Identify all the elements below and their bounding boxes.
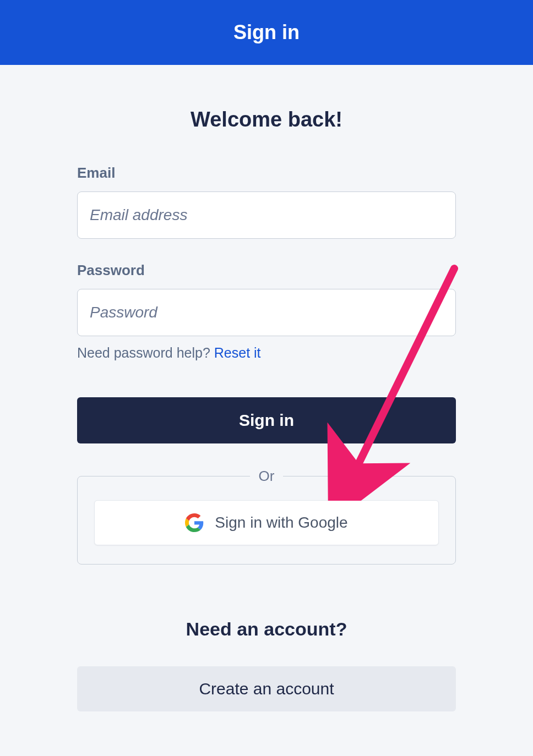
- email-label: Email: [77, 165, 456, 182]
- google-signin-label: Sign in with Google: [215, 514, 347, 532]
- main-content: Welcome back! Email Password Need passwo…: [0, 65, 533, 711]
- password-help-text: Need password help?: [77, 345, 214, 360]
- password-label: Password: [77, 262, 456, 279]
- google-signin-button[interactable]: Sign in with Google: [94, 500, 439, 545]
- password-field-group: Password Need password help? Reset it: [77, 262, 456, 361]
- password-input[interactable]: [77, 289, 456, 336]
- email-field-group: Email: [77, 165, 456, 239]
- welcome-title: Welcome back!: [77, 108, 456, 132]
- oauth-section: Or Sign in with Google: [77, 468, 456, 565]
- create-account-button[interactable]: Create an account: [77, 666, 456, 711]
- header-title: Sign in: [233, 21, 300, 44]
- need-account-title: Need an account?: [77, 618, 456, 640]
- email-input[interactable]: [77, 191, 456, 239]
- reset-password-link[interactable]: Reset it: [214, 345, 261, 360]
- signin-button[interactable]: Sign in: [77, 397, 456, 443]
- password-help-row: Need password help? Reset it: [77, 345, 456, 361]
- google-icon: [185, 513, 204, 532]
- header-bar: Sign in: [0, 0, 533, 65]
- or-divider-label: Or: [250, 468, 284, 485]
